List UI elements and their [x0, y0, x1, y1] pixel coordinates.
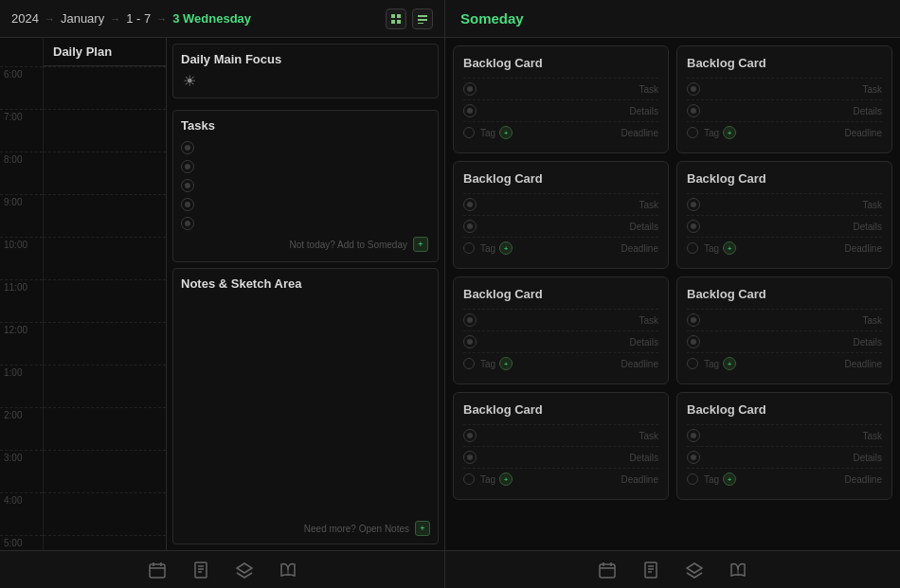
card-4-tag-badge[interactable]: +: [723, 241, 736, 255]
not-today-label: Not today? Add to Someday: [289, 240, 407, 250]
grid-slot-9[interactable]: [44, 407, 166, 450]
grid-slot-10[interactable]: [44, 450, 166, 492]
card-6-details-check[interactable]: [687, 335, 700, 348]
card-1-tag-icon[interactable]: [463, 127, 475, 138]
card-4-deadline-label: Deadline: [845, 243, 882, 254]
card-2-task-label: Task: [862, 84, 882, 95]
grid-slot-11[interactable]: [44, 492, 166, 535]
card-5-tag-icon[interactable]: [463, 358, 475, 369]
card-8-task-check[interactable]: [687, 429, 700, 442]
svg-rect-1: [397, 14, 401, 18]
arrow3: →: [156, 13, 167, 25]
right-calendar-icon[interactable]: [597, 560, 618, 580]
task-item-5[interactable]: [181, 214, 430, 233]
card-1-task-check[interactable]: [463, 82, 477, 96]
grid-slot-4[interactable]: [44, 194, 166, 237]
arrow2: →: [110, 13, 120, 25]
card-7-tag-badge[interactable]: +: [499, 472, 513, 486]
card-2-task-check[interactable]: [687, 82, 700, 96]
daily-main-focus-title: Daily Main Focus: [181, 52, 430, 66]
card-8-tag-icon[interactable]: [687, 473, 698, 485]
task-checkbox-3[interactable]: [181, 179, 194, 192]
right-layers-icon[interactable]: [684, 560, 705, 580]
grid-slot-1[interactable]: [44, 66, 166, 109]
arrow1: →: [45, 13, 55, 25]
card-7-task-check[interactable]: [463, 429, 477, 442]
card-6-tag-badge[interactable]: +: [723, 357, 736, 370]
right-book-icon[interactable]: [728, 560, 748, 580]
card-5-tag-badge[interactable]: +: [499, 357, 513, 370]
card-7-tag-icon[interactable]: [463, 473, 475, 485]
card-7-task-label: Task: [639, 431, 658, 441]
view-toggle-btn-2[interactable]: [412, 9, 433, 29]
card-4-tag-icon[interactable]: [687, 242, 698, 254]
right-header: Someday: [445, 0, 900, 38]
card-4-task-label: Task: [862, 200, 882, 210]
task-checkbox-5[interactable]: [181, 217, 194, 230]
daily-main-focus-section: Daily Main Focus ☀: [172, 44, 439, 98]
right-notebook-icon[interactable]: [640, 560, 661, 580]
left-content: 6:00 7:00 8:00 9:00 10:00 11:00 12:00 1:…: [0, 38, 444, 550]
header-icons: [386, 9, 433, 29]
card-5-details-check[interactable]: [463, 335, 477, 348]
tasks-title: Tasks: [181, 118, 430, 133]
card-3-tag-label: Tag: [480, 243, 495, 254]
grid-slot-2[interactable]: [44, 109, 166, 151]
card-1-details-check[interactable]: [463, 104, 477, 117]
task-item-4[interactable]: [181, 195, 430, 214]
open-notes-btn[interactable]: +: [415, 521, 430, 536]
task-item-1[interactable]: [181, 138, 430, 157]
card-7-details-check[interactable]: [463, 451, 477, 464]
grid-slot-12[interactable]: [44, 535, 166, 550]
task-checkbox-4[interactable]: [181, 198, 194, 211]
view-toggle-btn-1[interactable]: [386, 9, 406, 29]
card-6-tag-icon[interactable]: [687, 358, 698, 369]
card-3-tag-badge[interactable]: +: [499, 241, 513, 255]
grid-slot-5[interactable]: [44, 237, 166, 279]
card-3-task-check[interactable]: [463, 198, 477, 211]
card-2-details-check[interactable]: [687, 104, 700, 117]
card-8-details-check[interactable]: [687, 451, 700, 464]
card-4-details-check[interactable]: [687, 220, 700, 233]
card-3-task-row: Task: [463, 193, 658, 215]
card-8-tag-badge[interactable]: +: [723, 472, 736, 486]
grid-slot-6[interactable]: [44, 279, 166, 322]
svg-rect-2: [391, 20, 395, 24]
card-5-task-check[interactable]: [463, 313, 477, 327]
card-6-task-check[interactable]: [687, 313, 700, 327]
grid-slot-3[interactable]: [44, 151, 166, 194]
card-6-task-row: Task: [687, 309, 882, 330]
card-7-task-row: Task: [463, 424, 658, 446]
calendar-icon[interactable]: [147, 560, 168, 580]
card-8-task-row: Task: [687, 424, 882, 446]
time-11am: 11:00: [0, 279, 43, 322]
grid-slot-7[interactable]: [44, 322, 166, 365]
task-item-3[interactable]: [181, 176, 430, 195]
card-2-tag-badge[interactable]: +: [723, 126, 736, 139]
book-icon[interactable]: [278, 560, 298, 580]
card-3-tag-icon[interactable]: [463, 242, 475, 254]
card-3-details-check[interactable]: [463, 220, 477, 233]
grid-slot-8[interactable]: [44, 365, 166, 407]
task-checkbox-1[interactable]: [181, 141, 194, 154]
right-sections: Daily Main Focus ☀ Tasks: [167, 38, 444, 550]
backlog-card-2-title: Backlog Card: [687, 56, 882, 70]
layers-icon[interactable]: [234, 560, 255, 580]
card-5-deadline-label: Deadline: [621, 359, 658, 369]
card-7-tag-row: Tag + Deadline: [463, 468, 658, 490]
card-1-tag-row: Tag + Deadline: [463, 121, 658, 143]
task-checkbox-2[interactable]: [181, 160, 194, 173]
need-more-label: Need more? Open Notes: [304, 524, 409, 534]
task-item-2[interactable]: [181, 157, 430, 176]
notebook-icon[interactable]: [190, 560, 211, 580]
svg-rect-7: [150, 564, 165, 578]
card-4-details-label: Details: [853, 222, 882, 232]
add-to-someday-btn[interactable]: +: [413, 237, 428, 252]
card-4-task-check[interactable]: [687, 198, 700, 211]
card-6-details-label: Details: [853, 337, 882, 347]
card-2-task-row: Task: [687, 78, 882, 99]
card-1-tag-badge[interactable]: +: [499, 126, 513, 139]
card-6-tag-label: Tag: [704, 359, 719, 369]
card-5-details-row: Details: [463, 330, 658, 352]
card-2-tag-icon[interactable]: [687, 127, 698, 138]
